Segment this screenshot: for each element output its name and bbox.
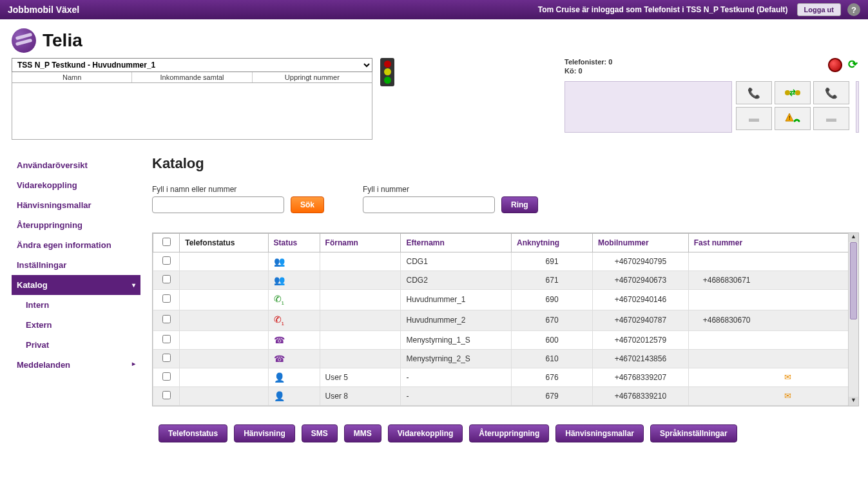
row-checkbox[interactable]	[162, 294, 171, 303]
number-select[interactable]: TSS N_P Testkund - Huvudnummer_1	[12, 58, 372, 72]
btn-sprakinstallningar[interactable]: Språkinställningar	[650, 424, 737, 442]
row-checkbox[interactable]	[162, 354, 171, 362]
nav-katalog[interactable]: Katalog▾	[12, 275, 140, 295]
message-icon[interactable]: ✉	[784, 372, 791, 382]
cell-status: ☎	[268, 349, 320, 368]
row-checkbox[interactable]	[162, 391, 171, 399]
chevron-right-icon: ▸	[132, 360, 135, 370]
cell-ext: 600	[512, 330, 593, 349]
row-checkbox[interactable]	[162, 315, 171, 323]
transfer-button[interactable]	[775, 81, 811, 104]
logo-area: Telia	[0, 19, 868, 58]
row-checkbox[interactable]	[162, 275, 171, 283]
table-row[interactable]: 👤User 5-676+46768339207✉	[153, 368, 858, 386]
queue-label: Kö:	[564, 67, 576, 75]
cell-fornamn	[320, 252, 401, 271]
th-status[interactable]: Status	[268, 234, 320, 252]
nav-hanvisningsmallar[interactable]: Hänvisningsmallar	[12, 195, 140, 215]
scroll-down-icon[interactable]: ▼	[849, 397, 858, 406]
th-anknytning[interactable]: Anknytning	[512, 234, 593, 252]
search-name-input[interactable]	[152, 196, 284, 213]
scroll-thumb[interactable]	[850, 242, 857, 319]
app-title: Jobbmobil Växel	[8, 5, 79, 15]
search-button[interactable]: Sök	[291, 196, 324, 213]
cell-telefonstatus	[180, 290, 268, 310]
nav-intern[interactable]: Intern	[12, 295, 140, 315]
scroll-up-icon[interactable]: ▲	[849, 233, 858, 242]
call-box: TSS N_P Testkund - Huvudnummer_1 Namn In…	[12, 58, 372, 140]
search-number-label: Fyll i nummer	[363, 185, 538, 194]
hangup2-button[interactable]: ▬	[813, 107, 849, 130]
telefonister-label: Telefonister:	[564, 58, 606, 66]
phone-busy-icon: ✆1	[274, 314, 284, 325]
queue-status: Telefonister: 0 Kö: 0 ⟳	[564, 58, 859, 81]
ring-button[interactable]: Ring	[501, 196, 538, 213]
cell-mob: +46702012579	[592, 330, 688, 349]
refresh-button[interactable]: ⟳	[846, 58, 859, 71]
cell-status: 👥	[268, 271, 320, 290]
btn-ateruppringning[interactable]: Återuppringning	[469, 424, 549, 442]
upper-panel: TSS N_P Testkund - Huvudnummer_1 Namn In…	[0, 58, 868, 140]
th-efternamn[interactable]: Efternamn	[401, 234, 512, 252]
row-checkbox[interactable]	[162, 256, 171, 265]
fax-icon: ☎	[274, 335, 285, 345]
cell-fornamn: User 5	[320, 368, 401, 386]
cell-mob: +46702940795	[592, 252, 688, 271]
cell-fixed: ✉	[688, 386, 858, 405]
cell-fornamn: User 8	[320, 386, 401, 405]
btn-sms[interactable]: SMS	[302, 424, 338, 442]
cell-efternamn: Menystyrning_1_S	[401, 330, 512, 349]
th-fastnummer[interactable]: Fast nummer	[688, 234, 858, 252]
cell-fornamn	[320, 349, 401, 368]
cell-ext: 690	[512, 290, 593, 310]
table-row[interactable]: 👤User 8-679+46768339210✉	[153, 386, 858, 405]
btn-vidarekoppling[interactable]: Vidarekoppling	[388, 424, 463, 442]
nav-andra-egen-info[interactable]: Ändra egen information	[12, 235, 140, 255]
cell-mob: +46702940787	[592, 310, 688, 330]
cell-fixed	[688, 290, 858, 310]
table-scrollbar[interactable]: ▲ ▼	[848, 233, 858, 406]
table-row[interactable]: 👥CDG1691+46702940795	[153, 252, 858, 271]
table-row[interactable]: ☎Menystyrning_2_S610+46702143856	[153, 349, 858, 368]
row-checkbox[interactable]	[162, 335, 171, 343]
nav-privat[interactable]: Privat	[12, 335, 140, 355]
select-all-checkbox[interactable]	[162, 238, 171, 246]
btn-hanvisning[interactable]: Hänvisning	[234, 424, 295, 442]
pickup-button[interactable]: 📞	[736, 81, 772, 104]
table-row[interactable]: 👥CDG2671+46702940673+4686830671	[153, 271, 858, 290]
th-mobilnummer[interactable]: Mobilnummer	[592, 234, 688, 252]
cell-status: 👥	[268, 252, 320, 271]
svg-point-1	[795, 90, 800, 95]
table-row[interactable]: ☎Menystyrning_1_S600+46702012579	[153, 330, 858, 349]
alert-call-button[interactable]: !	[775, 107, 811, 130]
th-fornamn[interactable]: Förnamn	[320, 234, 401, 252]
cell-fixed: +4686830670	[688, 310, 858, 330]
row-checkbox[interactable]	[162, 372, 171, 381]
cell-efternamn: CDG1	[401, 252, 512, 271]
cell-efternamn: Huvudnummer_1	[401, 290, 512, 310]
nav-extern[interactable]: Extern	[12, 315, 140, 335]
hangup-button[interactable]: ▬	[736, 107, 772, 130]
nav-anvandaroversikt[interactable]: Användaröversikt	[12, 155, 140, 175]
catalog-table: Telefonstatus Status Förnamn Efternamn A…	[153, 233, 858, 406]
search-row: Fyll i namn eller nummer Sök Fyll i numm…	[152, 185, 859, 213]
help-icon[interactable]: ?	[847, 3, 860, 16]
logout-button[interactable]: Logga ut	[797, 3, 841, 16]
nav-meddelanden[interactable]: Meddelanden▸	[12, 355, 140, 375]
btn-telefonstatus[interactable]: Telefonstatus	[159, 424, 227, 442]
cell-telefonstatus	[180, 386, 268, 405]
table-row[interactable]: ✆1Huvudnummer_2670+46702940787+468683067…	[153, 310, 858, 330]
cell-fixed	[688, 252, 858, 271]
btn-mms[interactable]: MMS	[344, 424, 381, 442]
search-number-input[interactable]	[363, 196, 495, 213]
th-telefonstatus[interactable]: Telefonstatus	[180, 234, 268, 252]
nav-installningar[interactable]: Inställningar	[12, 255, 140, 275]
col-incoming: Inkommande samtal	[132, 72, 252, 82]
table-row[interactable]: ✆1Huvudnummer_1690+46702940146	[153, 290, 858, 310]
nav-ateruppringning[interactable]: Återuppringning	[12, 215, 140, 235]
nav-vidarekoppling[interactable]: Vidarekoppling	[12, 175, 140, 195]
record-button[interactable]	[828, 58, 842, 72]
pickup2-button[interactable]: 📞	[813, 81, 849, 104]
message-icon[interactable]: ✉	[784, 391, 791, 401]
btn-hanvisningsmallar[interactable]: Hänvisningsmallar	[555, 424, 644, 442]
